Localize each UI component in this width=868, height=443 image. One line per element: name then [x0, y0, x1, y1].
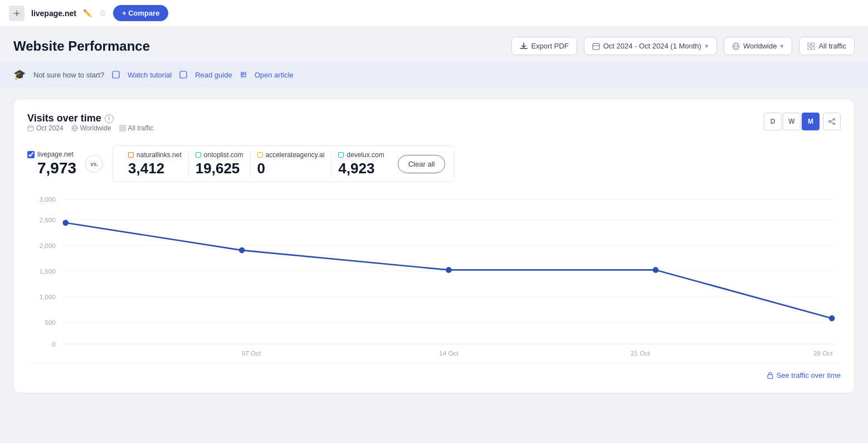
- svg-rect-9: [180, 71, 187, 78]
- watch-tutorial-link[interactable]: Watch tutorial: [128, 71, 172, 79]
- svg-point-19: [833, 123, 835, 125]
- book-icon: [112, 71, 120, 79]
- open-article-icon: [240, 71, 247, 78]
- share-icon: [828, 118, 836, 125]
- svg-text:2,500: 2,500: [40, 216, 56, 223]
- svg-text:07 Oct: 07 Oct: [242, 349, 261, 357]
- time-btn-w[interactable]: W: [783, 113, 801, 130]
- chart-area: 3,000 2,500 2,000 1,500 1,000 500 0 07 O…: [27, 191, 841, 358]
- competitor-2-name: ontoplist.com: [204, 151, 243, 159]
- page-header: Website Performance Export PDF Oct 2024 …: [0, 27, 868, 62]
- competitor-4-name: develux.com: [347, 151, 384, 159]
- meta-calendar-icon: Oct 2024: [27, 124, 64, 132]
- info-icon[interactable]: i: [105, 114, 114, 123]
- chevron-down-icon: ▾: [780, 42, 784, 50]
- info-banner: 🎓 Not sure how to start? Watch tutorial …: [0, 62, 868, 87]
- region-picker[interactable]: Worldwide ▾: [724, 37, 792, 55]
- competitor-2: ontoplist.com 19,625: [189, 151, 250, 177]
- traffic-icon: [807, 42, 815, 50]
- competitor-3-color: [257, 152, 263, 158]
- time-btn-d[interactable]: D: [764, 113, 782, 130]
- competitor-1-name: naturallinks.net: [136, 151, 182, 159]
- site-name: livepage.net: [31, 9, 76, 18]
- data-point-1: [62, 220, 69, 226]
- svg-text:2,000: 2,000: [40, 242, 56, 249]
- graduation-hat-icon: 🎓: [13, 69, 26, 81]
- site-logo-icon: [9, 6, 25, 21]
- data-point-4: [653, 267, 659, 273]
- svg-rect-14: [123, 125, 125, 128]
- globe-icon: [732, 42, 740, 50]
- chart-svg: 3,000 2,500 2,000 1,500 1,000 500 0 07 O…: [27, 191, 841, 358]
- competitor-1: naturallinks.net 3,412: [121, 151, 188, 177]
- svg-text:28 Oct: 28 Oct: [813, 349, 833, 357]
- chart-controls: D W M: [764, 113, 841, 130]
- lock-icon: [767, 372, 774, 379]
- competitor-3: accelerateagency.ai 0: [251, 151, 331, 177]
- main-content: Visits over time i Oct 2024 Worldwide Al…: [0, 87, 868, 405]
- competitors-wrapper: naturallinks.net 3,412 ontoplist.com 19,…: [112, 145, 455, 182]
- chart-footer: See traffic over time: [27, 363, 841, 379]
- competitor-2-color: [196, 152, 201, 158]
- see-traffic-link[interactable]: See traffic over time: [767, 371, 841, 379]
- export-pdf-button[interactable]: Export PDF: [511, 37, 577, 55]
- competitor-4-color: [338, 152, 344, 158]
- star-icon[interactable]: ☆: [99, 8, 106, 18]
- svg-rect-15: [120, 129, 122, 131]
- svg-rect-38: [768, 375, 773, 379]
- meta-globe-icon: Worldwide: [71, 124, 111, 132]
- competitor-4-value: 4,923: [338, 160, 384, 177]
- header-controls: Export PDF Oct 2024 - Oct 2024 (1 Month)…: [511, 37, 855, 55]
- svg-text:14 Oct: 14 Oct: [439, 349, 459, 357]
- competitors-section: livepage.net 7,973 vs. naturallinks.net …: [27, 145, 841, 182]
- competitor-4: develux.com 4,923: [331, 151, 391, 177]
- read-guide-link[interactable]: Read guide: [195, 71, 232, 79]
- open-article-link[interactable]: Open article: [255, 71, 294, 79]
- chart-title: Visits over time i: [27, 113, 153, 124]
- chart-header: Visits over time i Oct 2024 Worldwide Al…: [27, 113, 841, 143]
- svg-rect-8: [113, 71, 119, 78]
- page-title: Website Performance: [13, 38, 150, 54]
- competitor-2-value: 19,625: [196, 160, 243, 177]
- competitor-3-value: 0: [257, 160, 325, 177]
- top-bar: livepage.net ✏️ ☆ + Compare: [0, 0, 868, 27]
- traffic-filter[interactable]: All traffic: [799, 37, 855, 55]
- edit-icon[interactable]: ✏️: [83, 9, 92, 17]
- svg-rect-10: [28, 126, 33, 131]
- meta-traffic-icon: All traffic: [119, 124, 154, 132]
- data-point-3: [446, 267, 452, 273]
- main-site-stat: livepage.net 7,973: [27, 150, 76, 177]
- svg-text:3,000: 3,000: [40, 196, 56, 203]
- competitor-1-color: [128, 152, 134, 158]
- competitor-1-value: 3,412: [128, 160, 182, 177]
- svg-point-17: [833, 119, 835, 120]
- svg-rect-6: [808, 47, 811, 50]
- svg-rect-16: [123, 129, 125, 131]
- svg-text:21 Oct: 21 Oct: [631, 349, 650, 357]
- clear-all-button[interactable]: Clear all: [398, 155, 446, 173]
- data-point-2: [239, 247, 245, 254]
- svg-text:500: 500: [45, 319, 56, 326]
- chart-title-group: Visits over time i Oct 2024 Worldwide Al…: [27, 113, 153, 143]
- svg-text:1,000: 1,000: [40, 293, 56, 300]
- share-button[interactable]: [823, 113, 841, 130]
- svg-rect-7: [812, 47, 815, 50]
- date-range-picker[interactable]: Oct 2024 - Oct 2024 (1 Month) ▾: [584, 37, 717, 55]
- svg-rect-4: [808, 43, 811, 46]
- compare-button[interactable]: + Compare: [113, 5, 169, 21]
- svg-rect-5: [812, 43, 815, 46]
- chevron-down-icon: ▾: [705, 42, 709, 50]
- svg-text:0: 0: [52, 340, 56, 348]
- svg-rect-13: [120, 125, 122, 128]
- visits-chart-card: Visits over time i Oct 2024 Worldwide Al…: [13, 99, 855, 393]
- download-icon: [520, 42, 528, 50]
- svg-point-18: [829, 121, 831, 123]
- svg-rect-1: [593, 43, 599, 50]
- data-point-5: [829, 315, 835, 322]
- read-guide-icon: [179, 71, 187, 79]
- main-site-checkbox[interactable]: [27, 151, 35, 158]
- main-site-value: 7,973: [27, 159, 76, 177]
- time-btn-m[interactable]: M: [802, 113, 820, 130]
- chart-meta: Oct 2024 Worldwide All traffic: [27, 124, 153, 132]
- svg-text:1,500: 1,500: [40, 267, 56, 275]
